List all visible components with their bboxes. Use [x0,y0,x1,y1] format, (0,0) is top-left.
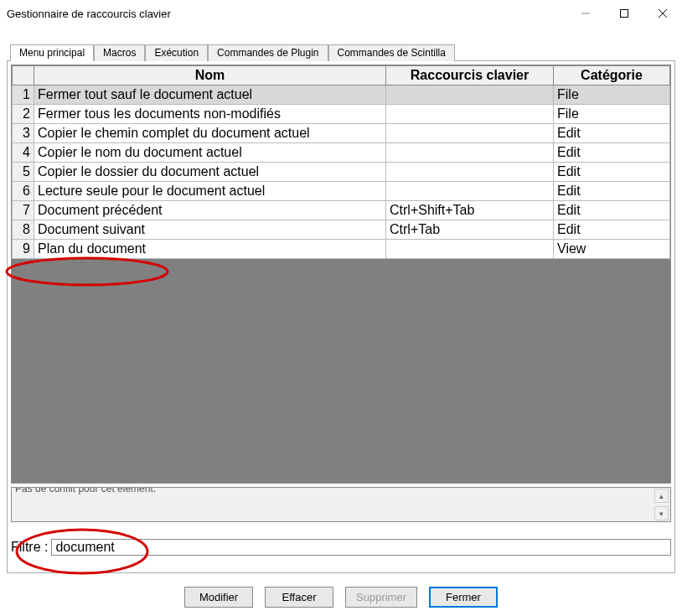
table-row[interactable]: 1Fermer tout sauf le document actuelFile [13,85,670,105]
row-number: 7 [13,201,34,220]
minimize-button[interactable] [566,0,605,27]
scroll-down-icon[interactable]: ▾ [654,506,669,520]
shortcuts-table: Nom Raccourcis clavier Catégorie 1Fermer… [12,65,670,259]
cell-name: Lecture seule pour le document actuel [34,182,386,201]
cell-category: Edit [554,143,670,163]
filter-input[interactable] [51,539,671,556]
cell-name: Fermer tous les documents non-modifiés [34,105,386,124]
tab-1[interactable]: Macros [94,44,145,61]
cell-shortcut [386,182,554,201]
modify-button[interactable]: Modifier [184,587,253,608]
row-number: 2 [13,105,34,124]
close-dialog-button[interactable]: Fermer [429,587,498,608]
cell-name: Copier le dossier du document actuel [34,163,386,182]
row-number: 3 [13,124,34,143]
window-title: Gestionnaire de raccourcis clavier [7,8,171,20]
row-number: 5 [13,163,34,182]
cell-category: File [554,105,670,124]
cell-category: Edit [554,124,670,143]
row-number: 8 [13,220,34,240]
cell-name: Copier le chemin complet du document act… [34,124,386,143]
clear-button[interactable]: Effacer [265,587,333,608]
status-area: Pas de conflit pour cet élément. ▴ ▾ [11,487,671,522]
cell-shortcut [386,124,554,143]
cell-category: File [554,85,670,105]
tab-3[interactable]: Commandes de Plugin [208,44,328,61]
row-number: 9 [13,240,34,259]
table-header-row: Nom Raccourcis clavier Catégorie [13,66,670,85]
cell-category: Edit [554,220,670,240]
cell-shortcut: Ctrl+Tab [386,220,554,240]
tab-4[interactable]: Commandes de Scintilla [328,44,455,61]
tab-0[interactable]: Menu principal [10,44,94,61]
svg-rect-1 [621,10,628,18]
close-button[interactable] [643,0,682,27]
table-row[interactable]: 5Copier le dossier du document actuelEdi… [13,163,670,182]
table-row[interactable]: 2Fermer tous les documents non-modifiésF… [13,105,670,124]
status-text: Pas de conflit pour cet élément. [15,487,654,494]
cell-name: Fermer tout sauf le document actuel [34,85,386,105]
cell-name: Document précédent [34,201,386,220]
row-number: 4 [13,143,34,163]
cell-category: Edit [554,201,670,220]
table-row[interactable]: 3Copier le chemin complet du document ac… [13,124,670,143]
button-row: Modifier Effacer Supprimer Fermer [0,587,682,608]
table-row[interactable]: 8Document suivantCtrl+TabEdit [13,220,670,240]
name-header[interactable]: Nom [34,66,386,85]
shortcuts-table-wrap: Nom Raccourcis clavier Catégorie 1Fermer… [11,65,671,484]
cell-shortcut [386,143,554,163]
main-panel: Nom Raccourcis clavier Catégorie 1Fermer… [7,60,675,573]
row-number: 1 [13,85,34,105]
tab-strip: Menu principalMacrosExécutionCommandes d… [10,44,682,60]
cell-shortcut [386,85,554,105]
window-controls [566,0,682,27]
cell-name: Document suivant [34,220,386,240]
cell-category: View [554,240,670,259]
table-row[interactable]: 9Plan du documentView [13,240,670,259]
cell-name: Plan du document [34,240,386,259]
scroll-up-icon[interactable]: ▴ [654,489,669,503]
titlebar: Gestionnaire de raccourcis clavier [0,0,682,27]
category-header[interactable]: Catégorie [554,66,670,85]
cell-shortcut [386,240,554,259]
status-box: Pas de conflit pour cet élément. ▴ ▾ [11,487,671,522]
rownum-header[interactable] [13,66,34,85]
tab-2[interactable]: Exécution [145,44,208,61]
cell-category: Edit [554,182,670,201]
filter-label: Filtre : [11,540,48,555]
table-row[interactable]: 6Lecture seule pour le document actuelEd… [13,182,670,201]
maximize-button[interactable] [605,0,643,27]
shortcut-header[interactable]: Raccourcis clavier [386,66,554,85]
table-row[interactable]: 7Document précédentCtrl+Shift+TabEdit [13,201,670,220]
cell-shortcut [386,163,554,182]
row-number: 6 [13,182,34,201]
cell-shortcut [386,105,554,124]
cell-category: Edit [554,163,670,182]
delete-button: Supprimer [345,587,417,608]
cell-name: Copier le nom du document actuel [34,143,386,163]
cell-shortcut: Ctrl+Shift+Tab [386,201,554,220]
filter-row: Filtre : [11,539,671,556]
table-row[interactable]: 4Copier le nom du document actuelEdit [13,143,670,163]
